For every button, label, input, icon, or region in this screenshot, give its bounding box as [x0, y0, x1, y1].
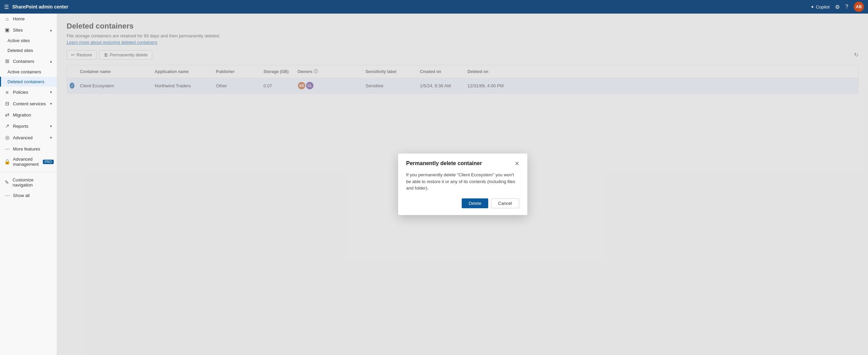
copilot-label: Copilot [816, 4, 830, 10]
sidebar-advanced-label: Advanced [13, 135, 33, 140]
advanced-icon: ◎ [4, 135, 10, 141]
sidebar-advanced-management-label: Advanced management [13, 157, 39, 167]
sidebar-migration-label: Migration [13, 112, 31, 118]
copilot-icon: ✦ [811, 4, 814, 10]
show-all-icon: ⋯ [4, 192, 10, 198]
modal-footer: Delete Cancel [406, 198, 519, 208]
sidebar-item-deleted-sites[interactable]: Deleted sites [0, 46, 57, 55]
modal-close-button[interactable]: ✕ [515, 160, 519, 167]
modal-body: If you permanently delete "Client Ecosys… [406, 172, 519, 192]
reports-chevron-icon: ▼ [49, 124, 53, 128]
active-sites-label: Active sites [7, 38, 30, 43]
sidebar-home-label: Home [13, 16, 25, 21]
sidebar-policies-label: Policies [13, 90, 28, 95]
sidebar-item-active-containers[interactable]: Active containers [0, 67, 57, 77]
policies-chevron-icon: ▼ [49, 90, 53, 94]
sidebar-policies-header[interactable]: ≡ Policies ▼ [0, 87, 57, 98]
sidebar-item-customize-navigation[interactable]: ✎ Customize navigation [0, 175, 57, 190]
sidebar-reports-header[interactable]: ↗ Reports ▼ [0, 120, 57, 132]
advanced-management-icon: 🔒 [4, 159, 10, 165]
containers-icon: ⊞ [4, 58, 10, 64]
modal-delete-button[interactable]: Delete [462, 198, 488, 208]
sidebar: ⌂ Home ▣ Sites ▲ Active sites Deleted si… [0, 14, 57, 355]
content-services-chevron-icon: ▼ [49, 102, 53, 106]
deleted-containers-label: Deleted containers [7, 79, 44, 84]
sidebar-sites-label: Sites [13, 28, 23, 33]
sidebar-containers-label: Containers [13, 59, 34, 64]
sites-icon: ▣ [4, 27, 10, 33]
sidebar-item-deleted-containers[interactable]: Deleted containers [0, 77, 57, 87]
sidebar-sites-header[interactable]: ▣ Sites ▲ [0, 24, 57, 36]
sidebar-advanced-header[interactable]: ◎ Advanced ▼ [0, 132, 57, 143]
hamburger-menu-icon[interactable]: ☰ [4, 4, 9, 10]
layout: ⌂ Home ▣ Sites ▲ Active sites Deleted si… [0, 14, 868, 355]
copilot-button[interactable]: ✦ Copilot [811, 4, 830, 10]
home-icon: ⌂ [4, 16, 10, 22]
sidebar-item-active-sites[interactable]: Active sites [0, 36, 57, 46]
policies-icon: ≡ [4, 89, 10, 95]
user-avatar[interactable]: AB [854, 2, 864, 12]
app-title: SharePoint admin center [12, 4, 807, 10]
sidebar-more-features-label: More features [13, 146, 40, 152]
active-containers-label: Active containers [7, 69, 41, 74]
sidebar-item-home[interactable]: ⌂ Home [0, 14, 57, 24]
customize-nav-icon: ✎ [4, 179, 10, 185]
sidebar-item-show-all[interactable]: ⋯ Show all [0, 190, 57, 201]
content-services-icon: ⊟ [4, 101, 10, 107]
permanently-delete-modal: Permanently delete container ✕ If you pe… [398, 154, 527, 215]
modal-title: Permanently delete container [406, 160, 482, 166]
sidebar-customize-nav-label: Customize navigation [13, 177, 53, 188]
sidebar-content-services-label: Content services [13, 101, 46, 106]
settings-icon[interactable]: ⚙ [835, 4, 840, 10]
pro-badge: PRO [43, 160, 54, 164]
topbar: ☰ SharePoint admin center ✦ Copilot ⚙ ? … [0, 0, 868, 14]
main-content: Deleted containers File storage containe… [57, 14, 868, 355]
sidebar-reports-label: Reports [13, 124, 29, 129]
sidebar-item-advanced-management[interactable]: 🔒 Advanced management PRO [0, 154, 57, 169]
migration-icon: ⇄ [4, 112, 10, 118]
deleted-sites-label: Deleted sites [7, 48, 33, 53]
sidebar-content-services-header[interactable]: ⊟ Content services ▼ [0, 98, 57, 109]
more-features-icon: ⋯ [4, 146, 10, 152]
modal-header: Permanently delete container ✕ [406, 160, 519, 167]
sidebar-item-migration[interactable]: ⇄ Migration [0, 109, 57, 120]
reports-icon: ↗ [4, 123, 10, 129]
help-icon[interactable]: ? [845, 4, 848, 10]
sidebar-show-all-label: Show all [13, 193, 30, 198]
sites-chevron-icon: ▲ [49, 28, 53, 32]
sidebar-containers-header[interactable]: ⊞ Containers ▲ [0, 55, 57, 67]
modal-cancel-button[interactable]: Cancel [491, 198, 519, 208]
advanced-chevron-icon: ▼ [49, 136, 53, 140]
topbar-right: ✦ Copilot ⚙ ? AB [811, 2, 864, 12]
containers-chevron-icon: ▲ [49, 59, 53, 63]
sidebar-item-more-features[interactable]: ⋯ More features [0, 143, 57, 154]
